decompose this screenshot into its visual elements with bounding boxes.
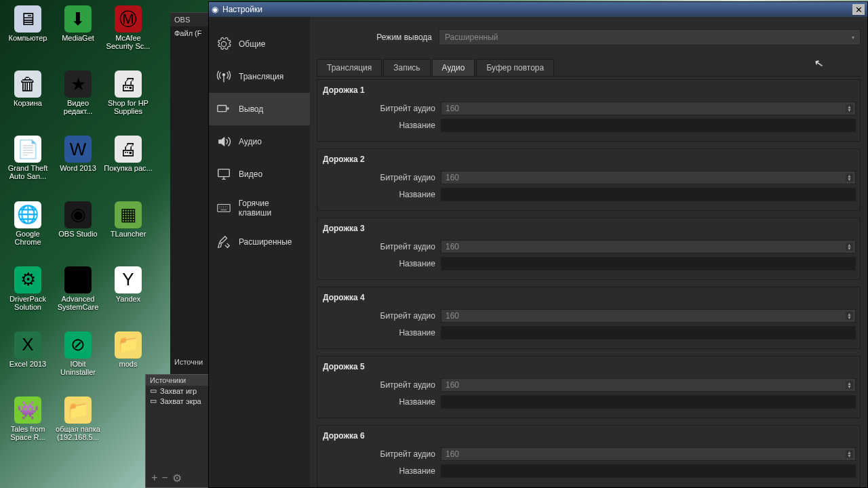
bitrate-input[interactable]: 160 ▲▼ [441,309,856,323]
desktop-icon-label: Google Chrome [3,230,52,246]
obs-menu-file[interactable]: Файл (F [170,26,211,40]
sidebar-item-keyboard[interactable]: Горячие клавиши [209,190,310,226]
sidebar-item-label: Трансляция [239,72,283,81]
svg-point-0 [222,73,225,76]
keyboard-icon [216,200,232,216]
trackname-input[interactable] [441,188,856,201]
audio-track-5: Дорожка 5 Битрейт аудио 160 ▲▼ Название [317,356,861,418]
desktop-icon-label: Видео редакт... [54,99,102,115]
spinner-icon[interactable]: ▲▼ [846,243,853,251]
trackname-input[interactable] [441,257,856,270]
sidebar-item-tools[interactable]: Расширенные [209,226,310,258]
remove-source-button[interactable]: − [161,472,167,485]
app-icon: ⊘ [64,331,92,359]
desktop-icon[interactable]: ◉OBS Studio [53,201,103,246]
desktop-icon[interactable]: 👾Tales from Space R... [3,396,53,441]
bitrate-value: 160 [446,311,459,321]
spinner-icon[interactable]: ▲▼ [846,381,853,389]
settings-main: Режим вывода Расширенный ▾ ТрансляцияЗап… [310,17,867,487]
app-icon: 📄 [14,136,41,163]
sidebar-item-label: Вывод [239,104,263,114]
bitrate-label: Битрейт аудио [321,311,441,321]
trackname-label: Название [321,121,441,130]
bitrate-input[interactable]: 160 ▲▼ [441,447,856,461]
bitrate-input[interactable]: 160 ▲▼ [441,102,856,115]
add-source-button[interactable]: + [151,472,157,485]
desktop-icon[interactable]: 📁mods [103,331,153,376]
desktop-icon-label: Word 2013 [60,164,96,172]
bitrate-value: 160 [446,242,459,251]
bitrate-input[interactable]: 160 ▲▼ [441,240,856,253]
app-icon: Y [115,266,142,293]
source-item[interactable]: ▭Захват экра [146,396,210,406]
desktop-icon[interactable]: ⚙DriverPack Solution [3,266,53,311]
sources-panel[interactable]: Источники ▭Захват игр▭Захват экра + − ⚙ [145,374,210,488]
track-title: Дорожка 2 [323,155,856,164]
audio-track-4: Дорожка 4 Битрейт аудио 160 ▲▼ Название [317,287,861,349]
desktop-icon[interactable]: ★Видео редакт... [53,70,103,115]
source-item[interactable]: ▭Захват игр [146,386,210,396]
desktop-icon[interactable]: ⊘IObit Uninstaller [53,331,103,376]
audio-track-1: Дорожка 1 Битрейт аудио 160 ▲▼ Название [317,79,861,142]
desktop-icon[interactable]: 🖥Компьютер [3,5,53,50]
tab-3[interactable]: Буфер повтора [476,59,554,76]
app-icon: W [64,136,92,163]
sidebar-item-gear[interactable]: Общие [209,28,310,60]
source-settings-button[interactable]: ⚙ [172,472,182,485]
obs-titlebar: OBS [170,13,211,26]
spinner-icon[interactable]: ▲▼ [846,174,853,182]
desktop-icon[interactable]: 📁общая папка (192.168.5... [53,396,103,441]
tab-1[interactable]: Запись [383,59,430,76]
sidebar-item-label: Общие [239,39,265,49]
desktop-icon-label: DriverPack Solution [3,295,52,311]
bitrate-value: 160 [446,380,459,390]
trackname-input[interactable] [441,464,856,478]
output-mode-combo[interactable]: Расширенный ▾ [439,29,861,45]
trackname-input[interactable] [441,395,856,409]
spinner-icon[interactable]: ▲▼ [846,450,853,458]
bitrate-input[interactable]: 160 ▲▼ [441,171,856,184]
trackname-input[interactable] [441,119,856,132]
desktop-icon[interactable]: ◯Advanced SystemCare [53,266,103,311]
sidebar-item-speaker[interactable]: Аудио [209,125,310,158]
app-icon: 🗑 [14,70,41,98]
desktop-icon[interactable]: ▦TLauncher [103,201,153,246]
desktop-icon[interactable]: 🗑Корзина [3,70,53,115]
trackname-label: Название [321,328,441,338]
sidebar-item-label: Горячие клавиши [239,199,303,218]
sidebar-item-label: Расширенные [239,237,292,247]
close-icon[interactable]: ✕ [852,4,865,15]
spinner-icon[interactable]: ▲▼ [846,312,853,320]
app-icon: 🌐 [14,201,41,228]
trackname-label: Название [321,397,441,407]
bitrate-label: Битрейт аудио [321,242,441,251]
desktop-icon[interactable]: XExcel 2013 [3,331,53,376]
sidebar-item-monitor[interactable]: Видео [209,158,310,190]
eye-icon: ▭ [150,396,157,405]
sidebar-item-antenna[interactable]: Трансляция [209,60,310,93]
app-icon: ◉ [64,201,92,228]
desktop-icon[interactable]: ⓂMcAfee Security Sc... [103,5,153,50]
spinner-icon[interactable]: ▲▼ [846,104,853,113]
desktop-icon[interactable]: ⬇MediaGet [53,5,103,50]
desktop-icon-label: Yandex [116,295,141,303]
trackname-input[interactable] [441,326,856,340]
desktop-icon-label: TLauncher [111,230,146,238]
desktop-icon[interactable]: WWord 2013 [53,136,103,180]
desktop-icon[interactable]: 🌐Google Chrome [3,201,53,246]
desktop-icon[interactable]: YYandex [103,266,153,311]
tab-2[interactable]: Аудио [432,59,475,76]
audio-track-2: Дорожка 2 Битрейт аудио 160 ▲▼ Название [317,148,861,211]
tab-0[interactable]: Трансляция [317,59,382,76]
obs-panel-label: Источни [170,357,211,367]
bitrate-label: Битрейт аудио [321,173,441,182]
bitrate-input[interactable]: 160 ▲▼ [441,378,856,392]
audio-track-3: Дорожка 3 Битрейт аудио 160 ▲▼ Название [317,218,861,280]
desktop-icon[interactable]: 📄Grand Theft Auto San... [3,136,53,180]
sidebar-item-output[interactable]: Вывод [209,93,310,125]
settings-titlebar[interactable]: ◉ Настройки ✕ [209,2,867,17]
app-icon: ⚙ [14,266,41,293]
tools-icon [216,234,232,250]
desktop-icon[interactable]: 🖨Shop for HP Supplies [103,70,153,115]
desktop-icon[interactable]: 🖨Покупка рас... [103,136,153,180]
